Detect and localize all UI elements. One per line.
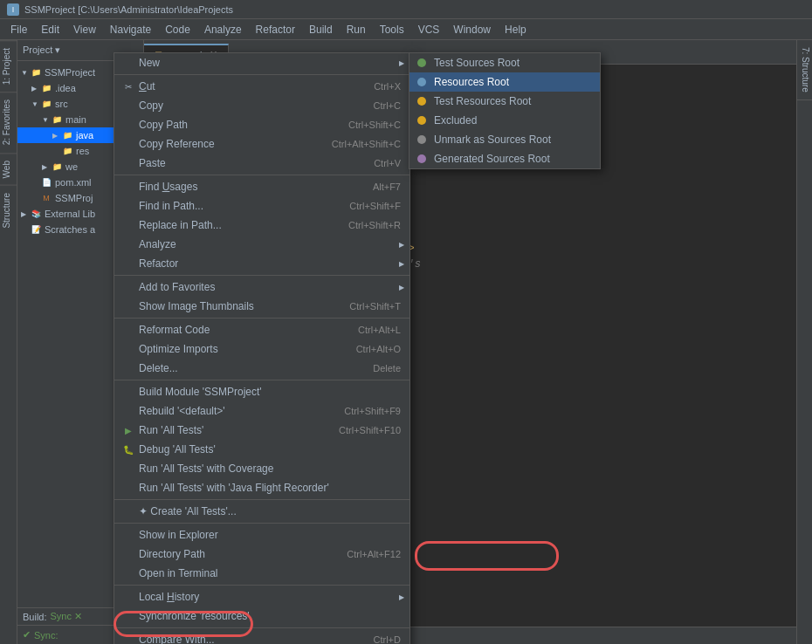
ctx-thumbnails-shortcut: Ctrl+Shift+T <box>349 301 401 312</box>
sub-resources-root[interactable]: Resources Root <box>409 72 600 92</box>
ctx-copy-path[interactable]: Copy Path Ctrl+Shift+C <box>114 115 409 134</box>
title-bar: I SSMProject [C:\Users\Administrator\Ide… <box>0 0 812 19</box>
menu-help[interactable]: Help <box>498 22 533 38</box>
ctx-create-tests[interactable]: ✦ Create 'All Tests'... <box>114 502 409 521</box>
ctx-paste-shortcut: Ctrl+V <box>374 158 401 168</box>
ctx-copy[interactable]: Copy Ctrl+C <box>114 96 409 115</box>
ctx-analyze[interactable]: Analyze <box>114 235 409 254</box>
side-tab-web[interactable]: Web <box>0 153 17 185</box>
ctx-open-terminal[interactable]: Open in Terminal <box>114 564 409 583</box>
ctx-find-path-shortcut: Ctrl+Shift+F <box>349 201 401 211</box>
ctx-copy-ref[interactable]: Copy Reference Ctrl+Alt+Shift+C <box>114 134 409 154</box>
cut-icon: ✂ <box>121 82 135 92</box>
sync-label[interactable]: Sync ✕ <box>51 611 83 622</box>
ctx-replace-in-path[interactable]: Replace in Path... Ctrl+Shift+R <box>114 216 409 235</box>
ctx-reformat[interactable]: Reformat Code Ctrl+Alt+L <box>114 320 409 339</box>
ctx-optimize-label: Optimize Imports <box>139 343 218 355</box>
ctx-cut-label: Cut <box>139 80 155 92</box>
ctx-paste[interactable]: Paste Ctrl+V <box>114 154 409 173</box>
menu-navigate[interactable]: Navigate <box>103 22 158 38</box>
ctx-compare[interactable]: Compare With... Ctrl+D <box>114 630 409 644</box>
ctx-copy-path-shortcut: Ctrl+Shift+C <box>348 120 401 130</box>
sub-test-sources[interactable]: Test Sources Root <box>409 53 600 72</box>
ctx-show-explorer[interactable]: Show in Explorer <box>114 525 409 545</box>
menu-bar: File Edit View Navigate Code Analyze Ref… <box>0 19 812 40</box>
sub-unmark-label: Unmark as Sources Root <box>434 134 551 146</box>
ctx-sep-4 <box>114 318 409 319</box>
sub-generated-sources[interactable]: Generated Sources Root <box>409 149 600 168</box>
project-label: Project ▾ <box>23 45 60 56</box>
pom-xml-icon: 📄 <box>40 177 52 188</box>
ctx-rebuild[interactable]: Rebuild '<default>' Ctrl+Shift+F9 <box>114 401 409 421</box>
ctx-new[interactable]: New <box>114 53 409 72</box>
right-tab-7[interactable]: 7: Structure <box>797 40 812 100</box>
ctx-cut[interactable]: ✂ Cut Ctrl+X <box>114 77 409 96</box>
build-label: Build: <box>23 612 47 622</box>
side-tab-structure[interactable]: Structure <box>0 185 17 236</box>
ctx-sync[interactable]: Synchronize 'resources' <box>114 606 409 626</box>
sync-status: Sync: <box>34 630 58 641</box>
resources-root-icon <box>415 76 429 88</box>
ctx-add-favorites[interactable]: Add to Favorites <box>114 277 409 297</box>
ctx-run-tests[interactable]: ▶ Run 'All Tests' Ctrl+Shift+F10 <box>114 421 409 440</box>
ctx-sep-3 <box>114 275 409 276</box>
menu-window[interactable]: Window <box>446 22 498 38</box>
project-icon: 📁 <box>30 67 42 78</box>
ctx-find-usages-shortcut: Alt+F7 <box>373 182 401 192</box>
ctx-sep-8 <box>114 585 409 586</box>
ctx-copy-ref-shortcut: Ctrl+Alt+Shift+C <box>332 139 401 149</box>
tree-label-scratches: Scratches a <box>45 224 95 235</box>
ctx-run-coverage[interactable]: Run 'All Tests' with Coverage <box>114 459 409 478</box>
ctx-dir-path[interactable]: Directory Path Ctrl+Alt+F12 <box>114 545 409 564</box>
scratches-icon: 📝 <box>30 224 42 235</box>
ctx-debug-tests[interactable]: 🐛 Debug 'All Tests' <box>114 440 409 459</box>
ctx-refactor[interactable]: Refactor <box>114 254 409 273</box>
run-icon: ▶ <box>121 426 135 435</box>
ctx-jfr-label: Run 'All Tests' with 'Java Flight Record… <box>139 482 329 494</box>
src-folder-icon: 📁 <box>40 99 52 109</box>
sub-generated-sources-label: Generated Sources Root <box>434 153 550 165</box>
ctx-copy-label: Copy <box>139 99 163 112</box>
ctx-delete[interactable]: Delete... Delete <box>114 359 409 378</box>
side-tab-project[interactable]: 1: Project <box>0 40 17 92</box>
ctx-show-thumbnails[interactable]: Show Image Thumbnails Ctrl+Shift+T <box>114 297 409 316</box>
tree-label-main: main <box>65 114 86 125</box>
ctx-find-in-path[interactable]: Find in Path... Ctrl+Shift+F <box>114 196 409 216</box>
ctx-sync-label: Synchronize 'resources' <box>139 610 250 622</box>
menu-view[interactable]: View <box>66 22 103 38</box>
tree-label-java: java <box>76 130 93 140</box>
sub-test-sources-label: Test Sources Root <box>434 57 520 69</box>
menu-tools[interactable]: Tools <box>373 22 411 38</box>
sub-unmark[interactable]: Unmark as Sources Root <box>409 130 600 149</box>
ctx-analyze-label: Analyze <box>139 238 176 250</box>
ctx-optimize-imports[interactable]: Optimize Imports Ctrl+Alt+O <box>114 339 409 359</box>
sub-excluded[interactable]: Excluded <box>409 111 600 130</box>
tree-label-pom: pom.xml <box>55 177 92 188</box>
menu-analyze[interactable]: Analyze <box>197 22 249 38</box>
menu-edit[interactable]: Edit <box>34 22 66 38</box>
menu-file[interactable]: File <box>3 22 34 38</box>
ctx-reformat-shortcut: Ctrl+Alt+L <box>358 325 401 335</box>
menu-run[interactable]: Run <box>340 22 373 38</box>
tree-label-ssmproject: SSMProject <box>45 67 95 78</box>
ctx-coverage-label: Run 'All Tests' with Coverage <box>139 462 273 475</box>
ctx-thumbnails-label: Show Image Thumbnails <box>139 300 254 312</box>
sub-resources-label: Resources Root <box>434 76 509 88</box>
ctx-run-jfr[interactable]: Run 'All Tests' with 'Java Flight Record… <box>114 478 409 497</box>
side-tab-favorites[interactable]: 2: Favorites <box>0 92 17 152</box>
idea-folder-icon: 📁 <box>40 83 52 93</box>
ctx-find-path-label: Find in Path... <box>139 200 203 212</box>
menu-code[interactable]: Code <box>158 22 197 38</box>
menu-refactor[interactable]: Refactor <box>249 22 302 38</box>
ctx-delete-label: Delete... <box>139 362 178 374</box>
ctx-replace-path-label: Replace in Path... <box>139 219 222 231</box>
ctx-find-usages[interactable]: Find Usages Alt+F7 <box>114 177 409 196</box>
ctx-paste-label: Paste <box>139 157 166 169</box>
ctx-build-module[interactable]: Build Module 'SSMProject' <box>114 382 409 401</box>
generated-sources-icon <box>415 153 429 165</box>
menu-vcs[interactable]: VCS <box>411 22 447 38</box>
menu-build[interactable]: Build <box>302 22 340 38</box>
sub-test-resources[interactable]: Test Resources Root <box>409 92 600 111</box>
ctx-local-history[interactable]: Local History <box>114 587 409 606</box>
ctx-find-usages-label: Find Usages <box>139 181 197 193</box>
